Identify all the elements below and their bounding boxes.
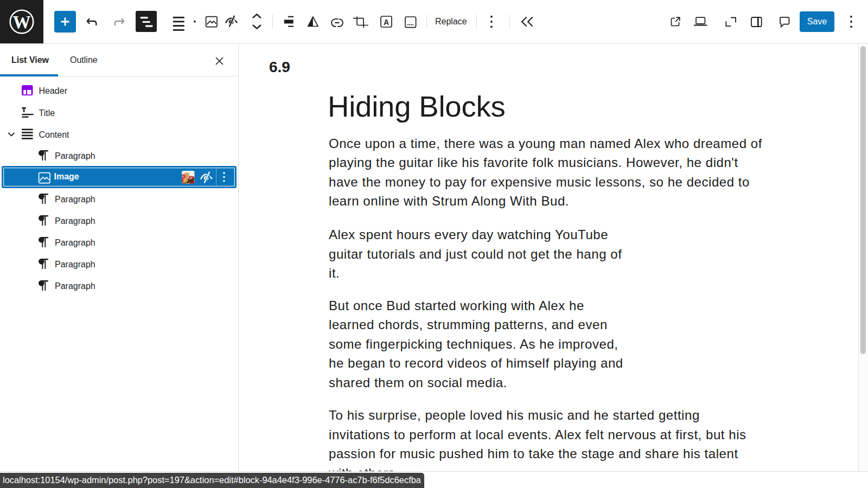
svg-text:A: A — [384, 18, 389, 27]
svg-text:W: W — [13, 12, 31, 32]
